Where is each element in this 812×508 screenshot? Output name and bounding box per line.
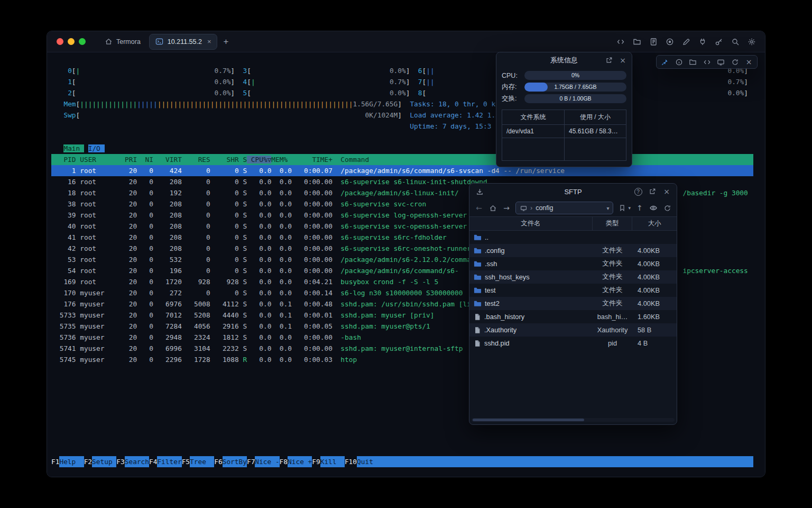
- refresh-icon[interactable]: [731, 58, 740, 67]
- sftp-file-row[interactable]: .bash_historybash_hi…1.60KB: [469, 310, 677, 323]
- col-size[interactable]: 大小: [632, 217, 677, 230]
- up-directory-button[interactable]: ↑: [635, 203, 644, 213]
- download-icon[interactable]: [475, 187, 484, 196]
- htop-screen-main[interactable]: Main: [63, 144, 84, 152]
- fkey-label[interactable]: Nice +: [288, 456, 312, 467]
- chevron-down-icon[interactable]: ▾: [606, 205, 609, 211]
- file-name: .ssh: [485, 260, 497, 268]
- col-filename[interactable]: 文件名: [469, 217, 593, 230]
- show-hidden-button[interactable]: [649, 203, 658, 213]
- process-state: S: [243, 344, 247, 352]
- zoom-window-button[interactable]: [79, 38, 86, 45]
- fkey-f5[interactable]: F5: [182, 456, 190, 467]
- info-icon[interactable]: [675, 58, 684, 67]
- uptime: Uptime: 7 days, 15:3: [410, 122, 491, 130]
- process-state: S: [243, 178, 247, 186]
- screen-icon[interactable]: [716, 58, 725, 67]
- fkey-label[interactable]: Filter: [157, 456, 181, 467]
- file-type: 文件夹: [593, 297, 632, 310]
- tab-termora[interactable]: Termora: [98, 34, 146, 50]
- code-icon[interactable]: [703, 58, 712, 67]
- open-in-window-icon[interactable]: [648, 187, 657, 196]
- sftp-header: SFTP ? ×: [469, 184, 677, 199]
- sort-column-cpu[interactable]: CPU%▽: [247, 156, 271, 164]
- process-table-header[interactable]: PID USER PRI NI VIRT RES SHR S CPU%▽MEM%…: [51, 154, 753, 165]
- close-icon[interactable]: ×: [744, 58, 753, 67]
- notebook-icon[interactable]: [649, 37, 658, 47]
- fkey-label[interactable]: Search: [125, 456, 149, 467]
- close-panel-icon[interactable]: ×: [618, 56, 628, 65]
- fkey-label[interactable]: SortBy: [223, 456, 247, 467]
- process-state: S: [243, 333, 247, 341]
- fkey-f3[interactable]: F3: [116, 456, 124, 467]
- htop-screen-io[interactable]: I/O: [88, 144, 105, 152]
- tab-label: 10.211.55.2: [168, 38, 202, 46]
- edit-icon[interactable]: [681, 37, 691, 47]
- help-icon[interactable]: ?: [633, 187, 643, 196]
- fkey-f7[interactable]: F7: [247, 456, 255, 467]
- refresh-button[interactable]: [662, 203, 672, 213]
- process-fields: 5735 myuser 20 0 7284 4056 2916: [56, 322, 243, 330]
- file-type: 文件夹: [593, 244, 632, 257]
- process-row[interactable]: 1 root 20 0 424 0 0 S 0.0 0.0 0:00.07 /p…: [51, 165, 753, 176]
- home-button[interactable]: [488, 203, 497, 213]
- fkey-f9[interactable]: F9: [312, 456, 320, 467]
- horizontal-scrollbar[interactable]: [472, 418, 675, 422]
- fkey-label[interactable]: Kill: [320, 456, 345, 467]
- titlebar: Termora 10.211.55.2 × +: [47, 31, 765, 52]
- folder-icon[interactable]: [688, 58, 697, 67]
- record-icon[interactable]: [665, 37, 675, 47]
- close-tab-icon[interactable]: ×: [207, 38, 211, 46]
- settings-icon[interactable]: [747, 37, 756, 47]
- sftp-file-row[interactable]: .XauthorityXauthority58 B: [469, 323, 677, 337]
- col-filesystem: 文件系统: [502, 110, 565, 125]
- sftp-file-row[interactable]: test文件夹4.00KB: [469, 284, 677, 297]
- fkey-f8[interactable]: F8: [280, 456, 288, 467]
- close-window-button[interactable]: [57, 38, 63, 45]
- forward-button[interactable]: →: [502, 203, 511, 213]
- process-fields: 5741 myuser 20 0 6996 3104 2232: [56, 344, 243, 352]
- fkey-label[interactable]: Tree: [190, 456, 214, 467]
- sftp-file-row[interactable]: .config文件夹4.00KB: [469, 244, 677, 257]
- sftp-file-row[interactable]: sshd.pidpid4 B: [469, 337, 677, 350]
- file-name: .config: [485, 247, 505, 255]
- minimize-window-button[interactable]: [68, 38, 75, 45]
- sftp-file-row[interactable]: test2文件夹4.00KB: [469, 297, 677, 310]
- search-icon[interactable]: [731, 37, 740, 47]
- file-size: 4.00KB: [632, 244, 677, 257]
- path-breadcrumb[interactable]: › config ▾: [515, 202, 613, 214]
- scrollbar-thumb[interactable]: [473, 419, 584, 421]
- folder-icon: [474, 247, 482, 255]
- process-command: /package/admin/s6-2.12.0.2/command/: [340, 256, 483, 264]
- fkey-label[interactable]: Quit: [357, 456, 381, 467]
- fkey-f10[interactable]: F10: [345, 456, 357, 467]
- filesystem-usage: 45.61GB / 58.3…: [565, 125, 626, 138]
- filesystem-table: 文件系统 使用 / 大小 /dev/vda1 45.61GB / 58.3…: [502, 110, 626, 161]
- fkey-label[interactable]: Nice -: [255, 456, 279, 467]
- tab-session[interactable]: 10.211.55.2 ×: [149, 34, 217, 50]
- close-panel-icon[interactable]: ×: [662, 187, 671, 196]
- col-type[interactable]: 类型: [593, 217, 632, 230]
- key-icon[interactable]: [714, 37, 724, 47]
- uptime-line: Uptime: 7 days, 15:3: [56, 121, 765, 132]
- fkey-label[interactable]: Setup: [92, 456, 116, 467]
- process-command: sshd.pam: myuser@pts/1: [340, 322, 430, 330]
- code-icon[interactable]: [616, 37, 625, 47]
- new-tab-button[interactable]: +: [224, 37, 229, 47]
- file-table-header: 文件名 类型 大小: [469, 216, 677, 231]
- sftp-file-row[interactable]: ssh_host_keys文件夹4.00KB: [469, 270, 677, 284]
- pin-icon[interactable]: [660, 58, 669, 67]
- fkey-f4[interactable]: F4: [149, 456, 157, 467]
- sftp-file-row[interactable]: ..: [469, 231, 677, 244]
- back-button[interactable]: ←: [474, 203, 484, 213]
- sftp-file-row[interactable]: .ssh文件夹4.00KB: [469, 257, 677, 270]
- fkey-f6[interactable]: F6: [214, 456, 222, 467]
- fkey-f2[interactable]: F2: [84, 456, 92, 467]
- bookmark-button[interactable]: ▾: [617, 203, 631, 213]
- fkey-f1[interactable]: F1: [51, 456, 59, 467]
- folder-icon[interactable]: [632, 37, 642, 47]
- plug-icon[interactable]: [698, 37, 707, 47]
- panel-title: 系统信息: [550, 56, 578, 65]
- fkey-label[interactable]: Help: [59, 456, 84, 467]
- open-in-window-icon[interactable]: [604, 56, 614, 65]
